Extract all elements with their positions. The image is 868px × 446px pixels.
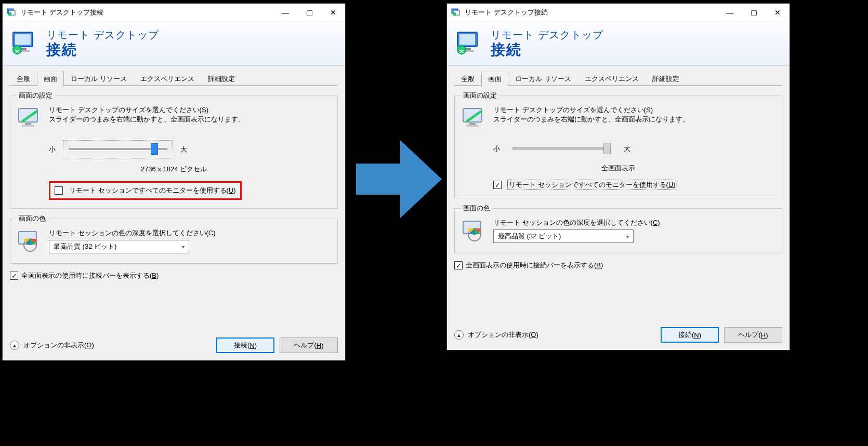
rdp-app-icon: [7, 8, 16, 17]
rdp-window-after: リモート デスクトップ接続 — ▢ ✕ リモート デスクトップ 接続 全般 画面…: [446, 3, 790, 350]
connection-bar-checkbox[interactable]: [10, 272, 18, 280]
collapse-icon: ▲: [10, 341, 19, 350]
minimize-button[interactable]: —: [273, 4, 297, 21]
chevron-down-icon: ▾: [182, 244, 185, 250]
banner-line1: リモート デスクトップ: [491, 29, 603, 41]
tab-general[interactable]: 全般: [10, 72, 37, 86]
connect-button[interactable]: 接続(N): [661, 327, 719, 343]
use-all-monitors-checkbox[interactable]: [55, 186, 63, 195]
slider-max-label: 大: [180, 145, 187, 154]
svg-rect-21: [469, 123, 476, 125]
connection-bar-label[interactable]: 全画面表示の使用時に接続バーを表示する(B): [466, 261, 603, 270]
window-title: リモート デスクトップ接続: [465, 8, 718, 17]
use-all-monitors-checkbox[interactable]: [493, 181, 502, 189]
svg-rect-4: [15, 34, 31, 45]
svg-rect-10: [22, 125, 34, 127]
use-all-monitors-label[interactable]: リモート セッションですべてのモニターを使用する(U): [508, 180, 677, 190]
use-all-monitors-label[interactable]: リモート セッションですべてのモニターを使用する(U): [69, 186, 236, 195]
help-button[interactable]: ヘルプ(H): [280, 337, 338, 353]
group-color: 画面の色 リモート セッションの色の深度を選択してください(C) 最高品質 (3…: [10, 214, 338, 264]
close-button[interactable]: ✕: [321, 4, 345, 21]
maximize-button[interactable]: ▢: [297, 4, 321, 21]
tab-local-resources[interactable]: ローカル リソース: [64, 72, 134, 86]
tab-experience[interactable]: エクスペリエンス: [134, 72, 201, 86]
titlebar: リモート デスクトップ接続 — ▢ ✕: [447, 4, 790, 21]
window-title: リモート デスクトップ接続: [20, 8, 273, 17]
group-display-config: 画面の設定 リモート デスクトップのサイズを選んでください(S) スライダーのつ…: [10, 91, 338, 209]
tab-display[interactable]: 画面: [481, 72, 508, 86]
color-desc: リモート セッションの色の深度を選択してください(C): [493, 218, 775, 227]
color-icon: [17, 228, 49, 255]
footer: ▲ オプションの非表示(O) 接続(N) ヘルプ(H): [10, 280, 338, 353]
svg-rect-8: [19, 109, 37, 122]
slider-max-label: 大: [624, 144, 630, 154]
svg-point-2: [8, 12, 11, 16]
connection-bar-label[interactable]: 全画面表示の使用時に接続バーを表示する(B): [21, 271, 159, 280]
transition-arrow-icon: [351, 135, 444, 223]
window-controls: — ▢ ✕: [718, 4, 790, 21]
footer: ▲ オプションの非表示(O) 接続(N) ヘルプ(H): [454, 270, 782, 343]
close-button[interactable]: ✕: [766, 4, 790, 21]
svg-point-19: [457, 46, 466, 54]
svg-point-14: [453, 12, 456, 16]
group-color: 画面の色 リモート セッションの色の深度を選択してください(C) 最高品質 (3…: [454, 204, 782, 253]
header-banner: リモート デスクトップ 接続: [3, 21, 345, 66]
header-banner: リモート デスクトップ 接続: [447, 21, 790, 66]
resolution-slider-wrap: [507, 140, 616, 157]
resolution-value-label: 全画面表示: [461, 164, 775, 173]
group-display-title: 画面の設定: [461, 91, 499, 100]
highlight-box: リモート セッションですべてのモニターを使用する(U): [49, 181, 242, 200]
collapse-options[interactable]: ▲ オプションの非表示(O): [10, 341, 94, 350]
size-desc-line2: スライダーのつまみを右端に動かすと、全画面表示になります。: [493, 115, 775, 124]
banner-line1: リモート デスクトップ: [46, 29, 159, 41]
group-color-title: 画面の色: [461, 204, 492, 213]
banner-line2: 接続: [46, 41, 159, 59]
svg-rect-16: [459, 34, 475, 45]
banner-line2: 接続: [491, 41, 603, 59]
tab-strip: 全般 画面 ローカル リソース エクスペリエンス 詳細設定: [454, 71, 782, 86]
connection-bar-checkbox[interactable]: [454, 261, 463, 269]
tab-local-resources[interactable]: ローカル リソース: [508, 72, 578, 86]
rdp-banner-icon: [10, 29, 39, 58]
collapse-label: オプションの非表示(O): [468, 330, 538, 340]
maximize-button[interactable]: ▢: [742, 4, 766, 21]
chevron-down-icon: ▾: [626, 234, 629, 239]
tab-advanced[interactable]: 詳細設定: [201, 72, 242, 86]
svg-rect-20: [463, 109, 482, 122]
color-depth-combo[interactable]: 最高品質 (32 ビット) ▾: [49, 240, 189, 253]
color-icon: [461, 218, 493, 245]
tab-experience[interactable]: エクスペリエンス: [578, 72, 646, 86]
group-color-title: 画面の色: [17, 214, 48, 223]
resolution-slider[interactable]: [69, 144, 167, 154]
slider-min-label: 小: [493, 144, 500, 154]
resolution-slider[interactable]: [512, 143, 611, 154]
collapse-icon: ▲: [454, 330, 464, 340]
color-desc: リモート セッションの色の深度を選択してください(C): [49, 228, 331, 238]
rdp-window-before: リモート デスクトップ接続 — ▢ ✕ リモート デスクトップ 接続 全般 画面…: [2, 3, 346, 361]
window-controls: — ▢ ✕: [273, 4, 345, 21]
size-desc-line1: リモート デスクトップのサイズを選んでください(S): [49, 105, 331, 115]
rdp-banner-icon: [454, 29, 483, 58]
tab-display[interactable]: 画面: [37, 72, 64, 86]
tab-advanced[interactable]: 詳細設定: [646, 72, 686, 86]
help-button[interactable]: ヘルプ(H): [724, 327, 782, 343]
minimize-button[interactable]: —: [718, 4, 742, 21]
collapse-label: オプションの非表示(O): [23, 341, 94, 350]
resolution-slider-wrap: [63, 140, 173, 158]
collapse-options[interactable]: ▲ オプションの非表示(O): [454, 330, 538, 340]
size-desc-line2: スライダーのつまみを右端に動かすと、全画面表示になります。: [49, 115, 331, 124]
svg-point-7: [13, 46, 21, 54]
tab-general[interactable]: 全般: [454, 72, 481, 86]
color-depth-selected: 最高品質 (32 ビット): [54, 242, 116, 251]
rdp-app-icon: [451, 8, 461, 17]
group-display-config: 画面の設定 リモート デスクトップのサイズを選んでください(S) スライダーのつ…: [454, 91, 782, 198]
titlebar: リモート デスクトップ接続 — ▢ ✕: [3, 4, 345, 21]
color-depth-combo[interactable]: 最高品質 (32 ビット) ▾: [493, 229, 634, 243]
size-desc-line1: リモート デスクトップのサイズを選んでください(S): [493, 105, 775, 115]
monitor-icon: [461, 105, 493, 132]
slider-min-label: 小: [49, 145, 56, 154]
color-depth-selected: 最高品質 (32 ビット): [498, 232, 561, 241]
connect-button[interactable]: 接続(N): [216, 337, 274, 353]
resolution-value-label: 2736 x 1824 ピクセル: [17, 165, 331, 174]
monitor-icon: [17, 105, 49, 132]
